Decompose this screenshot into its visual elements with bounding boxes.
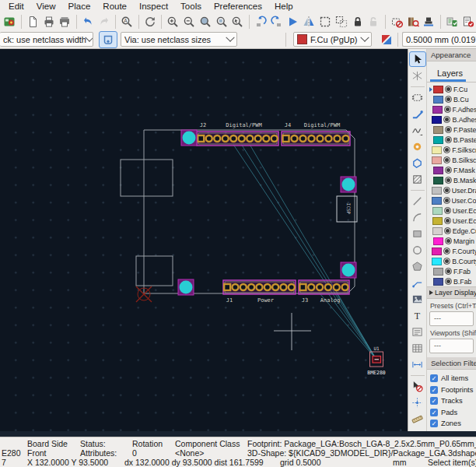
layer-color-swatch[interactable] — [433, 237, 443, 245]
drc-button[interactable] — [460, 13, 476, 30]
zoom-in-button[interactable] — [166, 13, 181, 30]
unlock-button[interactable] — [366, 13, 381, 30]
text-button[interactable]: T — [409, 307, 426, 323]
layer-color-swatch[interactable] — [432, 106, 443, 114]
group-button[interactable] — [317, 13, 333, 30]
update-pcb-button[interactable] — [444, 13, 460, 30]
layer-visibility-eye-icon[interactable] — [444, 106, 451, 113]
image-button[interactable] — [409, 291, 426, 307]
checkbox[interactable]: ✓ — [430, 420, 438, 427]
checkbox[interactable]: ✓ — [430, 409, 438, 416]
layer-row-f-mask[interactable]: F.Mask — [427, 165, 476, 175]
layer-row-edge-cuts[interactable]: Edge.Cuts — [427, 226, 476, 236]
layer-row-b-paste[interactable]: B.Paste — [427, 135, 476, 145]
layer-row-margin[interactable]: Margin — [427, 236, 476, 246]
layer-color-swatch[interactable] — [432, 156, 442, 164]
menu-item-preferences[interactable]: Preferences — [208, 0, 268, 12]
layer-row-f-cu[interactable]: F.Cu — [427, 84, 476, 94]
layer-row-f-paste[interactable]: F.Paste — [427, 125, 476, 135]
mirror-view-button[interactable] — [301, 13, 317, 30]
pcb-canvas[interactable]: J2Digital/PWMJ4Digital/PWMJ1PowerJ3Analo… — [0, 49, 408, 431]
mounting-hole[interactable] — [178, 279, 194, 295]
layer-row-b-fab[interactable]: B.Fab — [427, 276, 476, 286]
layer-visibility-eye-icon[interactable] — [444, 227, 451, 234]
layer-row-user-comments[interactable]: User.Comments — [427, 195, 476, 205]
layer-visibility-eye-icon[interactable] — [443, 156, 450, 163]
rule-area-button[interactable] — [409, 171, 426, 187]
flip-view-button[interactable] — [285, 13, 301, 30]
dimension-button[interactable] — [409, 356, 426, 372]
checkbox[interactable]: ✓ — [430, 386, 438, 394]
layer-visibility-eye-icon[interactable] — [444, 217, 451, 224]
layer-visibility-eye-icon[interactable] — [445, 278, 452, 285]
diff-pairs-button[interactable] — [409, 122, 426, 138]
layer-color-swatch[interactable] — [433, 278, 443, 286]
menu-item-route[interactable]: Route — [96, 0, 133, 12]
layer-color-swatch[interactable] — [432, 207, 443, 215]
menu-item-help[interactable]: Help — [268, 0, 299, 12]
layer-visibility-eye-icon[interactable] — [444, 207, 451, 214]
layer-visibility-eye-icon[interactable] — [443, 187, 450, 194]
add-via-button[interactable] — [409, 139, 426, 154]
route-tracks-button[interactable] — [409, 106, 426, 121]
layer-color-swatch[interactable] — [432, 217, 443, 225]
layer-row-user-eco2[interactable]: User.Eco2 — [427, 216, 476, 226]
refresh-button[interactable] — [142, 13, 158, 30]
table-button[interactable] — [409, 340, 426, 356]
layer-color-swatch[interactable] — [432, 146, 442, 154]
zoom-objects-button[interactable] — [214, 13, 229, 30]
find-button[interactable]: A — [119, 13, 135, 30]
tab-layers[interactable]: Layers — [427, 68, 467, 82]
draw-circle-button[interactable] — [409, 242, 426, 258]
layer-color-swatch[interactable] — [433, 268, 443, 276]
layer-row-b-adhesive[interactable]: B.Adhesive — [427, 114, 476, 125]
rotate-ccw-button[interactable] — [253, 13, 268, 30]
layer-row-user-eco1[interactable]: User.Eco1 — [427, 205, 476, 216]
layer-color-swatch[interactable] — [432, 116, 442, 124]
connector-j4[interactable]: J4Digital/PWM — [282, 122, 350, 146]
layer-visibility-eye-icon[interactable] — [443, 116, 450, 123]
layer-row-f-fab[interactable]: F.Fab — [427, 266, 476, 276]
connector-j1[interactable]: J1Power — [223, 280, 296, 304]
library-browser-button[interactable] — [405, 13, 421, 30]
layer-color-swatch[interactable] — [433, 86, 443, 93]
layer-row-b-cu[interactable]: B.Cu — [427, 94, 476, 104]
layer-color-swatch[interactable] — [433, 167, 443, 174]
layer-color-swatch[interactable] — [432, 187, 442, 195]
layer-row-f-courtyard[interactable]: F.Courtyard — [427, 246, 476, 256]
undo-button[interactable] — [80, 13, 96, 30]
layer-visibility-eye-icon[interactable] — [445, 268, 452, 275]
page-settings-button[interactable] — [25, 13, 40, 30]
draw-arc-button[interactable] — [409, 209, 426, 225]
draw-line-button[interactable] — [409, 193, 426, 209]
layer-visibility-eye-icon[interactable] — [443, 146, 450, 153]
origin-button[interactable] — [409, 395, 426, 410]
checkbox[interactable]: ✓ — [430, 374, 438, 382]
viewports-select[interactable]: --- — [429, 339, 474, 353]
local-ratsnest-button[interactable] — [409, 68, 426, 83]
print-button[interactable] — [41, 13, 57, 30]
layer-color-swatch[interactable] — [433, 136, 443, 144]
auto-via-toggle-button[interactable] — [99, 31, 117, 48]
menu-item-edit[interactable]: Edit — [2, 0, 30, 12]
layer-visibility-eye-icon[interactable] — [445, 86, 452, 93]
track-width-select[interactable]: ck: use netclass width — [0, 32, 93, 47]
layer-color-swatch[interactable] — [432, 227, 443, 235]
layer-row-user-drawings[interactable]: User.Drawings — [427, 185, 476, 195]
3d-viewer-button[interactable] — [421, 13, 436, 30]
layer-color-swatch[interactable] — [432, 197, 442, 205]
delete-button[interactable] — [409, 378, 426, 394]
rotate-cw-button[interactable] — [269, 13, 285, 30]
hide-footprints-button[interactable] — [389, 13, 404, 30]
layer-color-swatch[interactable] — [433, 177, 443, 184]
ungroup-button[interactable] — [334, 13, 349, 30]
layer-row-b-silkscreen[interactable]: B.Silkscreen — [427, 155, 476, 165]
add-footprint-button[interactable] — [409, 90, 426, 105]
connector-j2[interactable]: J2Digital/PWM — [197, 122, 278, 146]
zoom-out-button[interactable] — [181, 13, 197, 30]
menu-item-view[interactable]: View — [30, 0, 62, 12]
menu-item-place[interactable]: Place — [62, 0, 97, 12]
layer-row-f-adhesive[interactable]: F.Adhesive — [427, 104, 476, 114]
layer-pair-toggle-button[interactable] — [377, 31, 396, 48]
presets-select[interactable]: --- — [429, 311, 474, 326]
